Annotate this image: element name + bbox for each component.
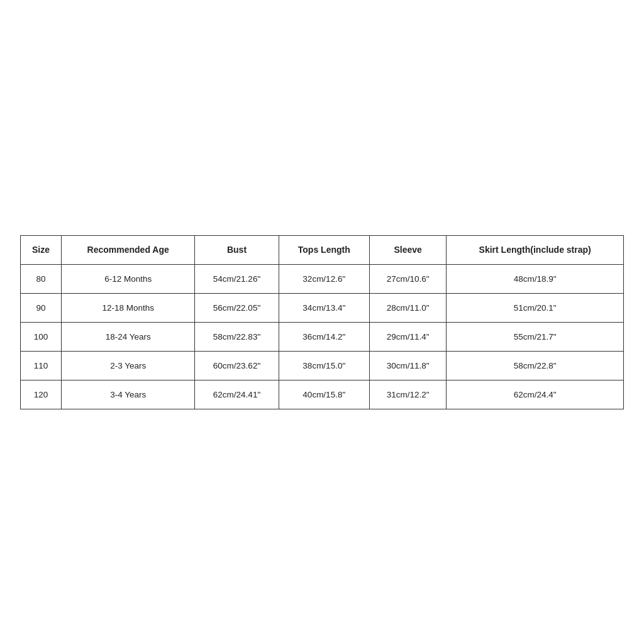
cell-bust: 58cm/22.83" bbox=[195, 322, 279, 351]
cell-tops-length: 40cm/15.8" bbox=[279, 380, 369, 409]
cell-sleeve: 31cm/12.2" bbox=[369, 380, 446, 409]
cell-tops-length: 38cm/15.0" bbox=[279, 351, 369, 380]
cell-bust: 62cm/24.41" bbox=[195, 380, 279, 409]
cell-sleeve: 28cm/11.0" bbox=[369, 293, 446, 322]
cell-age: 12-18 Months bbox=[61, 293, 194, 322]
table-row: 1203-4 Years62cm/24.41"40cm/15.8"31cm/12… bbox=[21, 380, 624, 409]
cell-size: 80 bbox=[21, 264, 62, 293]
header-size: Size bbox=[21, 235, 62, 264]
cell-tops-length: 34cm/13.4" bbox=[279, 293, 369, 322]
cell-skirt-length: 51cm/20.1" bbox=[447, 293, 624, 322]
header-bust: Bust bbox=[195, 235, 279, 264]
header-skirt-length: Skirt Length(include strap) bbox=[447, 235, 624, 264]
cell-skirt-length: 58cm/22.8" bbox=[447, 351, 624, 380]
cell-tops-length: 36cm/14.2" bbox=[279, 322, 369, 351]
size-chart-container: Size Recommended Age Bust Tops Length Sl… bbox=[20, 235, 624, 409]
cell-skirt-length: 55cm/21.7" bbox=[447, 322, 624, 351]
cell-bust: 60cm/23.62" bbox=[195, 351, 279, 380]
cell-age: 18-24 Years bbox=[61, 322, 194, 351]
table-row: 9012-18 Months56cm/22.05"34cm/13.4"28cm/… bbox=[21, 293, 624, 322]
cell-age: 3-4 Years bbox=[61, 380, 194, 409]
cell-age: 6-12 Months bbox=[61, 264, 194, 293]
cell-size: 100 bbox=[21, 322, 62, 351]
cell-size: 110 bbox=[21, 351, 62, 380]
table-row: 10018-24 Years58cm/22.83"36cm/14.2"29cm/… bbox=[21, 322, 624, 351]
header-sleeve: Sleeve bbox=[369, 235, 446, 264]
cell-bust: 56cm/22.05" bbox=[195, 293, 279, 322]
cell-age: 2-3 Years bbox=[61, 351, 194, 380]
cell-size: 90 bbox=[21, 293, 62, 322]
cell-skirt-length: 48cm/18.9" bbox=[447, 264, 624, 293]
header-recommended-age: Recommended Age bbox=[61, 235, 194, 264]
size-chart-table: Size Recommended Age Bust Tops Length Sl… bbox=[20, 235, 624, 409]
table-header-row: Size Recommended Age Bust Tops Length Sl… bbox=[21, 235, 624, 264]
header-tops-length: Tops Length bbox=[279, 235, 369, 264]
cell-skirt-length: 62cm/24.4" bbox=[447, 380, 624, 409]
table-row: 806-12 Months54cm/21.26"32cm/12.6"27cm/1… bbox=[21, 264, 624, 293]
cell-size: 120 bbox=[21, 380, 62, 409]
cell-sleeve: 27cm/10.6" bbox=[369, 264, 446, 293]
cell-sleeve: 29cm/11.4" bbox=[369, 322, 446, 351]
cell-sleeve: 30cm/11.8" bbox=[369, 351, 446, 380]
table-row: 1102-3 Years60cm/23.62"38cm/15.0"30cm/11… bbox=[21, 351, 624, 380]
cell-tops-length: 32cm/12.6" bbox=[279, 264, 369, 293]
cell-bust: 54cm/21.26" bbox=[195, 264, 279, 293]
